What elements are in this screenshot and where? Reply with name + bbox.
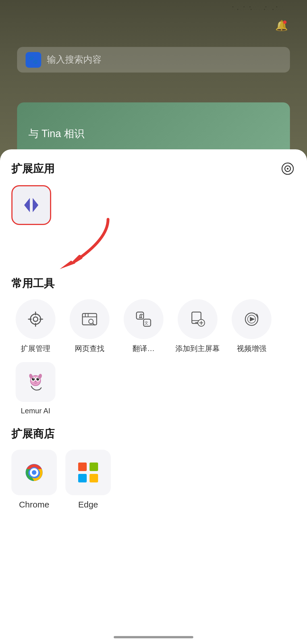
- edge-svg: [75, 460, 101, 485]
- svg-point-6: [30, 314, 41, 324]
- extension-app-svg: [21, 197, 41, 214]
- tool-item-translate[interactable]: 文 翻译…: [119, 299, 168, 354]
- tools-second-row: Lemur AI: [11, 362, 296, 415]
- svg-text:文: 文: [144, 321, 148, 325]
- svg-point-2: [287, 168, 289, 170]
- store-item-chrome[interactable]: Chrome: [11, 450, 57, 509]
- scan-icon: [281, 162, 295, 176]
- chrome-label: Chrome: [19, 500, 49, 509]
- svg-rect-50: [90, 474, 98, 482]
- tool-icon-ext-manage: [16, 299, 55, 339]
- svg-rect-48: [90, 463, 98, 471]
- add-homescreen-icon: [189, 311, 206, 328]
- svg-point-40: [35, 381, 36, 382]
- lemur-ai-svg: [24, 371, 47, 393]
- tool-icon-web-search: [70, 299, 109, 339]
- video-enhance-icon: [243, 311, 260, 328]
- baidu-logo: 🐾: [26, 52, 41, 68]
- edge-label: Edge: [78, 500, 98, 509]
- baidu-logo-text: 🐾: [28, 55, 38, 65]
- search-placeholder: 输入搜索内容: [47, 53, 101, 66]
- tools-grid: 扩展管理 网页查找: [11, 299, 296, 354]
- store-title: 扩展商店: [11, 427, 55, 441]
- store-section: 扩展商店: [11, 427, 296, 509]
- store-section-header: 扩展商店: [11, 427, 296, 441]
- svg-marker-5: [60, 261, 75, 269]
- tool-icon-video-enhance: [232, 299, 271, 339]
- svg-marker-3: [24, 198, 30, 212]
- tool-item-video-enhance[interactable]: 视频增强: [227, 299, 276, 354]
- extensions-section-header: 扩展应用: [11, 161, 296, 177]
- svg-point-38: [33, 378, 34, 379]
- lemur-icon: [16, 362, 55, 402]
- svg-point-7: [33, 317, 38, 321]
- notification-bell[interactable]: 🔔: [273, 17, 290, 34]
- svg-marker-32: [250, 317, 255, 321]
- svg-point-39: [38, 378, 39, 379]
- tool-icon-translate: 文: [124, 299, 163, 339]
- chrome-store-icon: [11, 450, 57, 495]
- bottom-sheet: 扩展应用: [0, 149, 307, 644]
- ai-card-text: 与 Tina 相识: [28, 127, 84, 141]
- svg-rect-47: [78, 463, 87, 471]
- ext-manage-icon: [27, 311, 44, 328]
- tool-label-translate: 翻译…: [132, 344, 155, 354]
- tool-label-video-enhance: 视频增强: [237, 344, 266, 354]
- svg-point-46: [32, 470, 36, 475]
- store-grid: Chrome Edge: [11, 450, 296, 509]
- tool-item-lemur-ai[interactable]: Lemur AI: [11, 362, 60, 415]
- translate-icon: 文: [135, 311, 152, 328]
- tool-label-web-search: 网页查找: [75, 344, 104, 354]
- tool-label-add-homescreen: 添加到主屏幕: [175, 344, 220, 354]
- home-bar: [114, 636, 193, 638]
- chrome-svg: [21, 460, 47, 485]
- extensions-title: 扩展应用: [11, 162, 55, 176]
- tool-item-web-search[interactable]: 网页查找: [65, 299, 114, 354]
- tool-item-add-homescreen[interactable]: 添加到主屏幕: [173, 299, 222, 354]
- edge-store-icon: [65, 450, 111, 495]
- tool-icon-add-homescreen: [178, 299, 217, 339]
- scan-button[interactable]: [280, 161, 296, 177]
- tool-label-lemur-ai: Lemur AI: [21, 406, 50, 415]
- search-bar[interactable]: 🐾 输入搜索内容: [17, 47, 290, 73]
- svg-marker-4: [33, 198, 38, 212]
- web-search-icon: [81, 311, 98, 328]
- notification-dot: [283, 20, 287, 24]
- tools-section: 常用工具 扩展管理: [11, 276, 296, 415]
- bg-birds: ✦ · · · ✦ · ✦ · · · · · ✦ · · · ✦ · · · …: [232, 6, 284, 11]
- red-arrow-svg: [34, 216, 114, 279]
- extensions-section: 扩展应用: [11, 161, 296, 225]
- tool-item-ext-manage[interactable]: 扩展管理: [11, 299, 60, 354]
- store-item-edge[interactable]: Edge: [65, 450, 111, 509]
- svg-rect-49: [78, 474, 87, 482]
- tool-label-ext-manage: 扩展管理: [21, 344, 50, 354]
